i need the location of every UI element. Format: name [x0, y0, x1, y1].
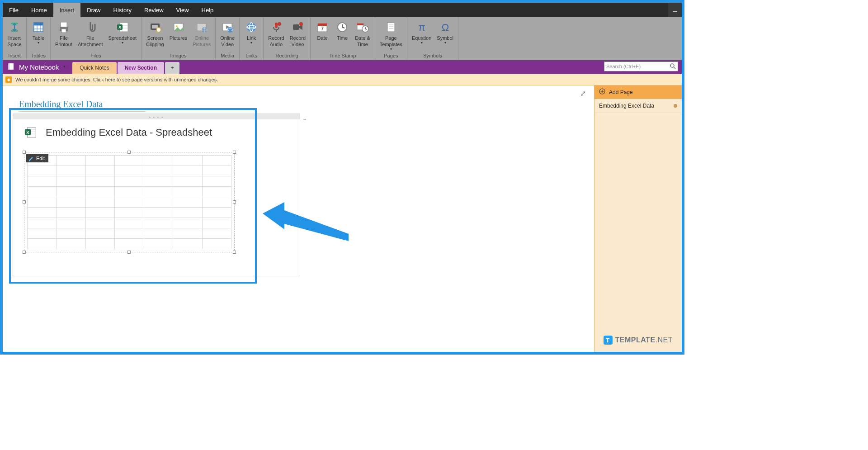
insert-space-button[interactable]: Insert Space	[5, 19, 24, 49]
cell	[85, 197, 114, 208]
cell	[57, 218, 85, 228]
menu-review[interactable]: Review	[138, 3, 170, 17]
screen-clipping-button[interactable]: Screen Clipping	[143, 19, 167, 49]
add-page-button[interactable]: Add Page	[594, 85, 682, 99]
cell	[28, 197, 57, 208]
cell	[173, 228, 202, 239]
menu-view[interactable]: View	[170, 3, 195, 17]
search-input[interactable]: Search (Ctrl+E)	[604, 62, 678, 71]
date-time-button[interactable]: Date & Time	[352, 19, 373, 49]
ribbon-btn-label: Date & Time	[355, 35, 370, 48]
section-tab-quick-notes[interactable]: Quick Notes	[72, 62, 116, 74]
selection-handle[interactable]	[23, 251, 26, 254]
date-button[interactable]: 7Date	[312, 19, 332, 43]
svg-text:X: X	[118, 25, 121, 29]
menu-home[interactable]: Home	[25, 3, 53, 17]
ribbon-collapse-icon[interactable]	[668, 3, 682, 17]
info-bar[interactable]: ◆ We couldn't merge some changes. Click …	[3, 74, 682, 85]
record-video-button[interactable]: Record Video	[287, 19, 308, 49]
ribbon-group-label: Time Stamp	[311, 52, 375, 60]
menu-help[interactable]: Help	[195, 3, 220, 17]
embedded-spreadsheet[interactable]: Edit	[24, 152, 235, 252]
cell	[202, 208, 231, 218]
table-button[interactable]: Table▾	[28, 19, 48, 46]
spreadsheet-button[interactable]: XSpreadsheet▾	[106, 19, 139, 46]
svg-text:Ω: Ω	[441, 22, 448, 33]
ribbon-btn-label: Screen Clipping	[146, 35, 164, 48]
section-tab-new-section[interactable]: New Section	[118, 62, 164, 74]
cell	[144, 228, 173, 239]
selection-handle[interactable]	[233, 200, 236, 204]
pictures-icon	[171, 20, 186, 34]
page-templates-button[interactable]: Page Templates▾	[377, 19, 405, 52]
embed-title: Embedding Excel Data - Spreadsheet	[46, 127, 212, 138]
cell	[202, 228, 231, 239]
ribbon-btn-label: Record Video	[290, 35, 306, 48]
cell	[57, 166, 85, 176]
cell	[85, 166, 114, 176]
page-canvas[interactable]: ⤢ Embedding Excel Data Tuesday, July 5, …	[3, 85, 594, 352]
spreadsheet-grid	[27, 155, 231, 249]
cell	[115, 176, 144, 187]
menu-insert[interactable]: Insert	[53, 3, 81, 17]
cell	[115, 228, 144, 239]
time-button[interactable]: Time	[332, 19, 352, 43]
notebook-icon	[7, 62, 15, 72]
pictures-button[interactable]: Pictures	[167, 19, 190, 43]
edit-button[interactable]: Edit	[26, 154, 48, 162]
add-section-button[interactable]: +	[165, 62, 179, 74]
notebook-selector[interactable]: My Notebook ▼	[3, 60, 72, 74]
selection-handle[interactable]	[233, 151, 236, 154]
symbol-button[interactable]: ΩSymbol▾	[434, 19, 456, 46]
menu-history[interactable]: History	[107, 3, 138, 17]
online-pictures-button[interactable]: Online Pictures	[190, 19, 213, 49]
record-audio-button[interactable]: Record Audio	[265, 19, 287, 49]
cell	[115, 187, 144, 197]
ribbon-group-insert: Insert SpaceInsert	[3, 17, 27, 60]
chevron-down-icon: ▾	[421, 41, 423, 45]
equation-button[interactable]: πEquation▾	[409, 19, 434, 46]
ribbon-group-label: Media	[216, 52, 239, 60]
cell	[144, 156, 173, 166]
cell	[28, 218, 57, 228]
selection-handle[interactable]	[23, 151, 26, 154]
cell	[57, 228, 85, 239]
page-title[interactable]: Embedding Excel Data	[19, 99, 594, 109]
menu-file[interactable]: File	[3, 3, 25, 17]
spreadsheet-icon: X	[115, 20, 130, 34]
section-tabs: Quick NotesNew Section+	[72, 60, 180, 74]
svg-rect-48	[357, 24, 363, 25]
page-list-item[interactable]: Embedding Excel Data	[594, 99, 682, 113]
selection-handle[interactable]	[233, 251, 236, 254]
plus-icon	[599, 88, 605, 96]
menu-draw[interactable]: Draw	[80, 3, 107, 17]
selection-handle[interactable]	[127, 251, 131, 254]
cell	[202, 156, 231, 166]
svg-point-29	[227, 27, 233, 33]
file-printout-button[interactable]: File Printout	[52, 19, 75, 49]
ribbon-group-label: Tables	[27, 52, 50, 60]
search-placeholder: Search (Ctrl+E)	[606, 64, 641, 69]
expand-icon[interactable]: ⤢	[580, 89, 586, 98]
selection-handle[interactable]	[23, 200, 26, 204]
chevron-down-icon: ▾	[38, 41, 39, 45]
cell	[173, 187, 202, 197]
link-icon	[244, 20, 259, 34]
cell	[115, 218, 144, 228]
container-grip[interactable]: • • • •	[13, 114, 300, 119]
note-container[interactable]: • • • • ↔ X Embedding Excel Data - Sprea…	[13, 114, 300, 276]
table-icon	[31, 20, 46, 34]
online-video-button[interactable]: Online Video	[217, 19, 237, 49]
ribbon: Insert SpaceInsertTable▾TablesFile Print…	[3, 17, 682, 60]
selection-handle[interactable]	[127, 151, 131, 154]
template-logo-icon: T	[604, 336, 613, 345]
resize-handle-icon[interactable]: ↔	[302, 117, 307, 122]
link-button[interactable]: Link▾	[241, 19, 261, 46]
ribbon-group-images: Screen ClippingPicturesOnline PicturesIm…	[142, 17, 216, 60]
watermark-brand: TEMPLATE	[615, 336, 656, 344]
ribbon-group-label: Images	[142, 52, 215, 60]
chevron-down-icon: ▾	[390, 47, 392, 51]
cell	[144, 197, 173, 208]
file-attachment-button[interactable]: File Attachment	[75, 19, 106, 49]
menubar: FileHomeInsertDrawHistoryReviewViewHelp	[3, 3, 682, 17]
